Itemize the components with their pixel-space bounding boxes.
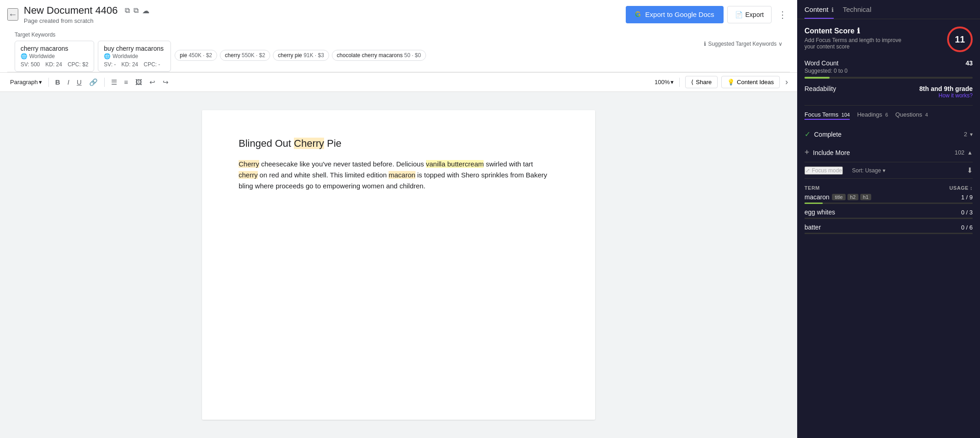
content-ideas-button[interactable]: 💡 Content Ideas [721,76,780,88]
toolbar-divider-1 [48,78,49,87]
document-body[interactable]: Cherry cheesecake like you've never tast… [239,159,559,192]
term-usage-macaron: 1 / 9 [961,194,973,201]
kw-tag-1[interactable]: cherry 550K · $2 [220,50,270,61]
focus-mode-icon: ⤢ [805,167,810,174]
sort-select[interactable]: Sort: Usage ▾ [852,167,885,174]
redo-button[interactable]: ↪ [160,76,171,88]
focus-tab-headings[interactable]: Headings 6 [857,111,888,120]
term-name-batter: batter [804,224,821,231]
term-bar-bg-macaron [804,203,973,204]
term-row-macaron: macaron title h2 h1 1 / 9 [804,193,973,204]
tab-technical[interactable]: Technical [843,5,872,19]
badge-h1: h1 [860,194,871,200]
word-count-value: 43 [965,59,973,67]
word-count-metric: Word Count 43 Suggested: 0 to 0 [804,59,973,79]
share-button[interactable]: ⟨ Share [685,76,718,88]
right-panel: Content ℹ Technical Content Score ℹ Add … [797,0,980,438]
editor-document[interactable]: Blinged Out Cherry Pie Cherry cheesecake… [202,110,595,420]
content-info-icon: ℹ [831,6,834,13]
term-bar-bg-egg-whites [804,218,973,219]
paragraph-select[interactable]: Paragraph ▾ [7,77,45,87]
badge-h2: h2 [847,194,858,200]
score-info-icon: ℹ [857,27,860,35]
undo-button[interactable]: ↩ [147,76,158,88]
focus-mode-bar: ⤢ Focus mode Sort: Usage ▾ ⬇ [804,162,973,179]
content-score-circle: 11 [947,27,973,52]
term-name-macaron: macaron [804,193,829,201]
info-icon-suggested: ℹ [704,41,706,47]
paragraph-chevron: ▾ [39,79,42,85]
document-title: New Document 4406 [24,5,117,16]
complete-check-icon: ✓ [804,130,810,139]
panel-divider [804,105,973,106]
keyword-1-location: 🌐 Worldwide [21,53,88,59]
chevron-down-suggested[interactable]: ∨ [778,41,783,47]
readability-metric: Readability 8th and 9th grade How it wor… [804,85,973,99]
italic-button[interactable]: I [65,76,72,88]
export-button[interactable]: 📄 Export [727,6,772,23]
link-button[interactable]: 🔗 [86,76,101,88]
bold-button[interactable]: B [53,76,63,88]
google-g-icon: G [635,11,640,19]
content-ideas-icon: 💡 [727,79,735,85]
toolbar-divider-3 [679,78,680,87]
kw-tag-3[interactable]: chocolate cherry macarons 50 · $0 [332,50,426,61]
focus-terms-tabs: Focus Terms 104 Headings 6 Questions 4 [804,111,973,120]
readability-value: 8th and 9th grade [919,85,973,92]
focus-mode-button[interactable]: ⤢ Focus mode [804,166,843,175]
kw-tag-0[interactable]: pie 450K · $2 [175,50,217,61]
complete-section[interactable]: ✓ Complete 2 ▾ [804,125,973,143]
keyword-card-2: buy cherry macarons 🌐 Worldwide SV: - KD… [98,41,171,72]
complete-label: Complete [814,131,842,138]
term-column-header: TERM [804,185,820,191]
complete-count: 2 [964,131,967,138]
underline-button[interactable]: U [74,76,85,88]
body-vanilla-buttercream: vanilla buttercream [426,160,484,168]
term-row-egg-whites: egg whites 0 / 3 [804,208,973,219]
expand-right-button[interactable]: › [783,75,790,89]
include-more-plus-icon: + [804,148,810,157]
document-subtitle: Page created from scratch [24,17,620,24]
keyword-1-stats: SV: 500 KD: 24 CPC: $2 [21,61,88,68]
export-google-button[interactable]: G Export to Google Docs [626,6,723,23]
term-table-header: TERM USAGE ↕ [804,182,973,193]
image-button[interactable]: 🖼 [133,76,145,88]
copy-icon[interactable]: ⧉ [133,6,138,15]
unordered-list-button[interactable]: ≡ [122,76,131,88]
readability-how-it-works[interactable]: How it works? [938,92,973,99]
globe-icon-1: 🌐 [21,53,27,59]
term-bar-fill-macaron [804,203,823,204]
include-more-count: 102 [954,149,964,156]
keyword-2-stats: SV: - KD: 24 CPC: - [104,61,165,68]
content-score-desc: Add Focus Terms and length to improve yo… [804,37,905,50]
editor-area: Blinged Out Cherry Pie Cherry cheesecake… [0,92,797,438]
word-count-progress-bg [804,77,973,79]
keyword-2-location: 🌐 Worldwide [104,53,165,59]
keyword-1-name: cherry macarons [21,45,88,52]
body-cherry-1: Cherry [239,160,259,168]
include-more-section[interactable]: + Include More 102 ▲ [804,143,973,162]
kw-tag-2[interactable]: cherry pie 91K · $3 [273,50,329,61]
toolbar-divider-2 [104,78,105,87]
cloud-upload-icon[interactable]: ☁ [142,6,149,15]
body-macaron: macaron [389,171,415,179]
focus-tab-questions[interactable]: Questions 4 [895,111,928,120]
ordered-list-button[interactable]: ☰ [108,76,120,88]
download-icon[interactable]: ⬇ [967,166,973,175]
back-button[interactable]: ← [7,8,18,21]
tab-content[interactable]: Content ℹ [804,5,834,19]
sort-chevron: ▾ [883,167,885,174]
keyword-2-name: buy cherry macarons [104,45,165,52]
open-external-icon[interactable]: ⧉ [125,6,130,15]
back-icon: ← [8,9,17,20]
word-count-suggested: Suggested: 0 to 0 [804,68,973,74]
zoom-select[interactable]: 100% ▾ [655,79,674,85]
term-name-egg-whites: egg whites [804,208,835,216]
more-options-button[interactable]: ⋮ [775,6,790,23]
usage-sort-icon: ↕ [970,185,973,191]
editor-toolbar: Paragraph ▾ B I U 🔗 ☰ ≡ 🖼 ↩ ↪ 100% ▾ ⟨ S… [0,73,797,92]
term-bar-bg-batter [804,233,973,234]
keyword-card-1: cherry macarons 🌐 Worldwide SV: 500 KD: … [15,41,94,72]
focus-tab-terms[interactable]: Focus Terms 104 [804,111,850,120]
body-cherry-2: cherry [239,171,258,179]
